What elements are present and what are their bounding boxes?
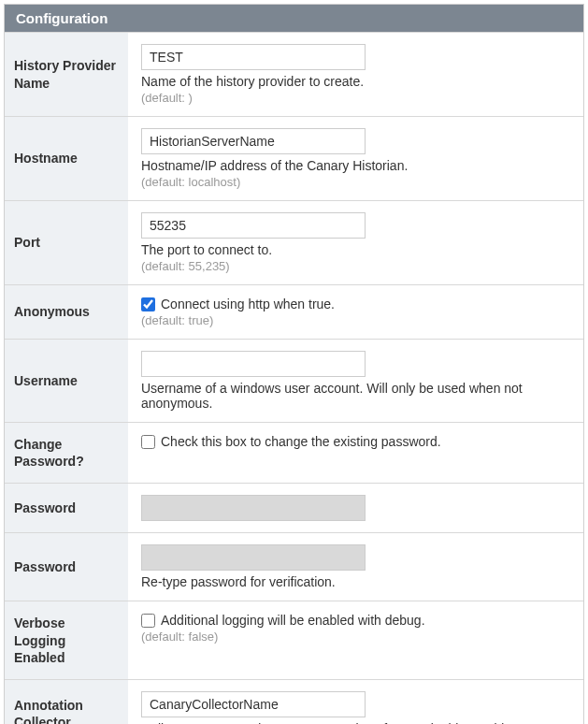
row-username: Username Username of a windows user acco…: [5, 339, 583, 422]
row-port: Port The port to connect to. (default: 5…: [5, 200, 583, 284]
cell-verbose: Additional logging will be enabled with …: [128, 601, 583, 679]
password-2-input[interactable]: [141, 544, 366, 571]
hostname-default: (default: localhost): [141, 175, 570, 189]
row-change-password: Change Password? Check this box to chang…: [5, 422, 583, 483]
change-password-checkbox[interactable]: [141, 435, 155, 449]
anonymous-default: (default: true): [141, 313, 570, 327]
panel-title: Configuration: [5, 5, 583, 32]
row-annotation-collector: Annotation Collector Collector name used…: [5, 679, 583, 724]
cell-username: Username of a windows user account. Will…: [128, 340, 583, 422]
label-anonymous: Anonymous: [5, 285, 128, 339]
anonymous-text: Connect using http when true.: [161, 297, 335, 311]
history-provider-input[interactable]: [141, 44, 366, 70]
label-username: Username: [5, 340, 128, 422]
label-history-provider: History Provider Name: [5, 33, 128, 116]
label-password-2: Password: [5, 533, 128, 601]
row-password-1: Password: [5, 483, 583, 532]
verbose-text: Additional logging will be enabled with …: [161, 613, 425, 628]
cell-change-password: Check this box to change the existing pa…: [128, 423, 583, 483]
row-hostname: Hostname Hostname/IP address of the Cana…: [5, 116, 583, 200]
row-verbose: Verbose Logging Enabled Additional loggi…: [5, 601, 583, 679]
username-desc: Username of a windows user account. Will…: [141, 381, 570, 411]
history-provider-desc: Name of the history provider to create.: [141, 74, 570, 89]
cell-hostname: Hostname/IP address of the Canary Histor…: [128, 117, 583, 200]
verbose-default: (default: false): [141, 630, 570, 644]
hostname-input[interactable]: [141, 128, 366, 154]
hostname-desc: Hostname/IP address of the Canary Histor…: [141, 158, 570, 173]
history-provider-default: (default: ): [141, 91, 570, 105]
cell-password-2: Re-type password for verification.: [128, 533, 583, 601]
anonymous-checkbox[interactable]: [141, 297, 155, 311]
cell-password-1: [128, 484, 583, 532]
verbose-checkbox[interactable]: [141, 614, 155, 628]
row-password-2: Password Re-type password for verificati…: [5, 532, 583, 601]
cell-port: The port to connect to. (default: 55,235…: [128, 201, 583, 284]
label-verbose: Verbose Logging Enabled: [5, 601, 128, 679]
port-desc: The port to connect to.: [141, 242, 570, 257]
row-history-provider: History Provider Name Name of the histor…: [5, 32, 583, 116]
port-input[interactable]: [141, 212, 366, 239]
password-1-input[interactable]: [141, 495, 366, 521]
label-change-password: Change Password?: [5, 423, 128, 483]
configuration-panel: Configuration History Provider Name Name…: [4, 4, 584, 724]
username-input[interactable]: [141, 351, 366, 377]
label-annotation-collector: Annotation Collector: [5, 680, 128, 724]
cell-annotation-collector: Collector name used to store annotations…: [128, 680, 583, 724]
port-default: (default: 55,235): [141, 259, 570, 273]
label-password-1: Password: [5, 484, 128, 532]
label-port: Port: [5, 201, 128, 284]
annotation-collector-input[interactable]: [141, 691, 366, 717]
cell-anonymous: Connect using http when true. (default: …: [128, 285, 583, 339]
cell-history-provider: Name of the history provider to create. …: [128, 33, 583, 116]
change-password-text: Check this box to change the existing pa…: [161, 434, 441, 449]
label-hostname: Hostname: [5, 117, 128, 200]
row-anonymous: Anonymous Connect using http when true. …: [5, 284, 583, 339]
password-2-desc: Re-type password for verification.: [141, 574, 570, 589]
